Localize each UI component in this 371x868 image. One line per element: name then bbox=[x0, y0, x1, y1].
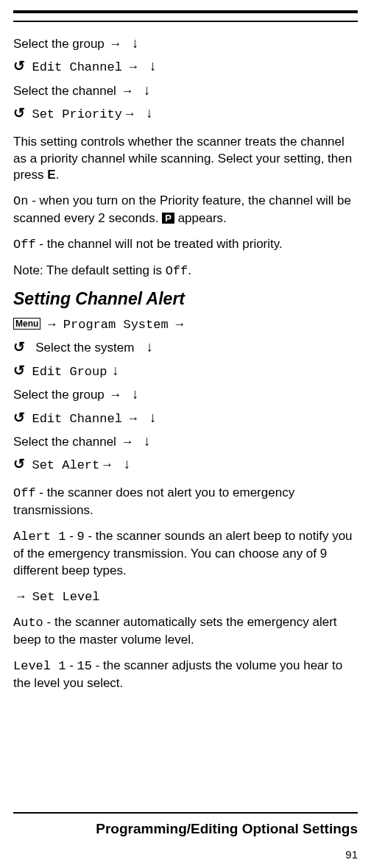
content: Select the group → ↓ ↺ Edit Channel → ↓ … bbox=[13, 22, 358, 692]
arrow-right-icon: → bbox=[99, 455, 115, 474]
nav-line: ↺ Edit Channel → ↓ bbox=[13, 55, 358, 77]
nav-text: Select the group bbox=[13, 37, 105, 51]
nav-text-mono: Set Priority bbox=[32, 107, 121, 121]
nav-line: ↺ Select the system ↓ bbox=[13, 336, 358, 357]
footer-title: Programming/Editing Optional Settings bbox=[13, 821, 358, 837]
paragraph: Note: The default setting is Off. bbox=[13, 263, 358, 280]
body-text: - the scanner automatically sets the eme… bbox=[13, 615, 337, 647]
arrow-down-icon: ↓ bbox=[144, 102, 155, 124]
option-label: Off bbox=[166, 264, 188, 278]
nav-text-mono: Program System bbox=[63, 318, 169, 332]
body-text: appears. bbox=[174, 211, 227, 225]
option-label: Auto bbox=[13, 616, 43, 630]
nav-text-mono: Edit Channel bbox=[32, 60, 121, 74]
option-label: Off bbox=[13, 486, 36, 500]
body-text: - bbox=[66, 658, 77, 672]
body-text: - the channel will not be treated with p… bbox=[36, 237, 283, 251]
option-label: Level 1 bbox=[13, 659, 66, 673]
paragraph: This setting controls whether the scanne… bbox=[13, 134, 358, 185]
paragraph: Auto - the scanner automatically sets th… bbox=[13, 614, 358, 649]
nav-text-mono: Set Alert bbox=[32, 458, 99, 472]
nav-text-mono: Edit Group bbox=[32, 365, 107, 379]
paragraph: Level 1 - 15 - the scanner adjusts the v… bbox=[13, 658, 358, 692]
arrow-right-icon: → bbox=[13, 588, 29, 605]
priority-badge-icon: P bbox=[162, 213, 174, 224]
refresh-icon: ↺ bbox=[13, 55, 25, 77]
paragraph: Alert 1 - 9 - the scanner sounds an aler… bbox=[13, 528, 358, 580]
nav-text: Select the system bbox=[35, 341, 134, 355]
arrow-down-icon: ↓ bbox=[148, 55, 158, 77]
body-text: - the scanner does not alert you to emer… bbox=[13, 485, 294, 517]
nav-text: Select the channel bbox=[13, 435, 116, 449]
option-label: Off bbox=[13, 238, 36, 252]
arrow-right-icon: → bbox=[44, 315, 60, 334]
option-label: 15 bbox=[77, 659, 92, 673]
arrow-right-icon: → bbox=[108, 385, 124, 405]
refresh-icon: ↺ bbox=[13, 407, 25, 428]
arrow-right-icon: → bbox=[120, 433, 135, 452]
nav-line: Select the group → ↓ bbox=[13, 383, 358, 405]
top-rule-group bbox=[13, 0, 358, 22]
menu-key-icon: Menu bbox=[13, 318, 40, 330]
arrow-down-icon: ↓ bbox=[110, 360, 121, 381]
refresh-icon: ↺ bbox=[13, 336, 25, 357]
key-label: E bbox=[47, 168, 55, 182]
nav-line: ↺ Set Alert→ ↓ bbox=[13, 453, 358, 475]
arrow-down-icon: ↓ bbox=[145, 336, 155, 357]
option-label: On bbox=[13, 194, 28, 208]
arrow-down-icon: ↓ bbox=[142, 79, 152, 101]
refresh-icon: ↺ bbox=[13, 453, 25, 474]
nav-line: ↺ Set Priority→ ↓ bbox=[13, 102, 358, 124]
arrow-right-icon: → bbox=[120, 82, 135, 101]
paragraph: On - when you turn on the Priority featu… bbox=[13, 193, 358, 227]
refresh-icon: ↺ bbox=[13, 102, 25, 124]
arrow-right-icon: → bbox=[126, 409, 141, 428]
body-text: . bbox=[56, 168, 60, 182]
option-label: 9 bbox=[77, 530, 85, 544]
arrow-down-icon: ↓ bbox=[130, 32, 141, 54]
nav-line: Select the group → ↓ bbox=[13, 32, 358, 54]
body-text: . bbox=[188, 263, 191, 277]
page: Select the group → ↓ ↺ Edit Channel → ↓ … bbox=[0, 0, 371, 868]
arrow-right-icon: → bbox=[172, 315, 187, 334]
option-label: Set Level bbox=[32, 590, 100, 604]
body-text: - bbox=[66, 529, 77, 543]
nav-line: ↺ Edit Channel → ↓ bbox=[13, 407, 358, 429]
arrow-down-icon: ↓ bbox=[130, 383, 141, 405]
nav-line: Menu → Program System → bbox=[13, 315, 358, 335]
option-label: Alert 1 bbox=[13, 530, 66, 544]
arrow-right-icon: → bbox=[108, 35, 124, 54]
section-heading: Setting Channel Alert bbox=[13, 289, 358, 309]
nav-line: ↺ Edit Group ↓ bbox=[13, 360, 358, 382]
refresh-icon: ↺ bbox=[13, 360, 25, 381]
paragraph: → Set Level bbox=[13, 588, 358, 606]
arrow-down-icon: ↓ bbox=[142, 430, 152, 452]
page-number: 91 bbox=[345, 848, 358, 861]
body-text: This setting controls whether the scanne… bbox=[13, 135, 352, 182]
nav-text-mono: Edit Channel bbox=[32, 412, 121, 426]
arrow-down-icon: ↓ bbox=[122, 453, 132, 474]
nav-text: Select the group bbox=[13, 388, 105, 402]
body-text: Note: The default setting is bbox=[13, 263, 166, 277]
arrow-right-icon: → bbox=[122, 104, 138, 124]
paragraph: Off - the channel will not be treated wi… bbox=[13, 236, 358, 254]
arrow-down-icon: ↓ bbox=[148, 407, 158, 428]
footer-rule bbox=[13, 812, 358, 814]
arrow-right-icon: → bbox=[126, 57, 141, 77]
nav-line: Select the channel → ↓ bbox=[13, 430, 358, 452]
nav-line: Select the channel → ↓ bbox=[13, 79, 358, 101]
nav-text: Select the channel bbox=[13, 84, 116, 98]
paragraph: Off - the scanner does not alert you to … bbox=[13, 485, 358, 519]
